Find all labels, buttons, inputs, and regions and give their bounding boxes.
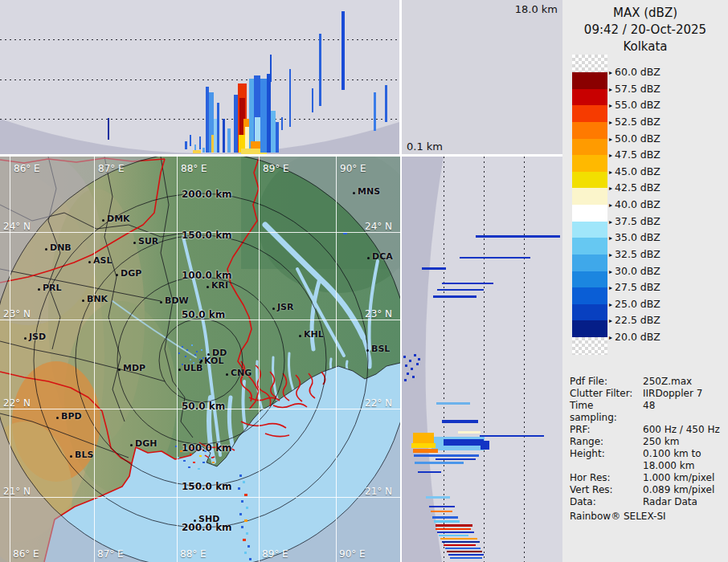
- legend-swatch: [572, 222, 607, 238]
- reflectivity-echo: [416, 363, 419, 365]
- reflectivity-echo: [418, 358, 420, 360]
- reflectivity-echo: [448, 554, 484, 556]
- info-row: Data:Radar Data: [570, 496, 724, 508]
- legend-tick-text: 27.5 dBZ: [615, 281, 661, 293]
- legend-tick-text: 52.5 dBZ: [615, 116, 661, 128]
- legend-tick-text: 47.5 dBZ: [615, 149, 661, 161]
- info-value: 48: [643, 400, 655, 424]
- right-panel-blind-wedge: [402, 157, 562, 562]
- reflectivity-echo: [196, 351, 198, 352]
- city-label: BLS: [75, 450, 93, 460]
- reflectivity-echo: [193, 150, 201, 153]
- reflectivity-echo: [209, 457, 211, 458]
- info-label: Range:: [570, 436, 643, 448]
- legend-swatch-above-max: [572, 55, 607, 72]
- city-marker: [82, 299, 84, 302]
- reflectivity-echo: [190, 454, 192, 455]
- longitude-label-bottom: 90° E: [339, 548, 366, 560]
- tick-arrow-icon: ▸: [609, 86, 612, 93]
- reflectivity-echo: [289, 69, 291, 127]
- range-ring-label: 50.0 km: [182, 401, 225, 412]
- latitude-label-left: 21° N: [3, 486, 31, 497]
- reflectivity-echo: [243, 481, 245, 483]
- height-gridline: [0, 79, 399, 80]
- reflectivity-echo: [190, 135, 191, 146]
- reflectivity-echo: [436, 524, 472, 527]
- reflectivity-echo: [239, 513, 242, 515]
- latitude-label-right: 24° N: [365, 221, 392, 232]
- legend-tick-label: ▸20.0 dBZ: [609, 332, 661, 343]
- reflectivity-echo: [193, 462, 195, 463]
- city-label: MNS: [358, 186, 380, 197]
- reflectivity-echo: [185, 356, 186, 357]
- info-value: 0.100 km to 18.000 km: [643, 448, 701, 472]
- info-row: Height:0.100 km to 18.000 km: [570, 448, 724, 472]
- reflectivity-echo: [414, 354, 416, 356]
- legend-tick-text: 57.5 dBZ: [615, 83, 661, 95]
- city-marker: [178, 369, 181, 371]
- reflectivity-echo: [437, 289, 484, 291]
- longitude-label-top: 90° E: [340, 163, 366, 174]
- legend-swatch: [572, 105, 607, 122]
- city-marker: [207, 286, 209, 288]
- reflectivity-echo: [276, 122, 279, 153]
- tick-arrow-icon: ▸: [609, 152, 612, 159]
- legend-swatch: [572, 72, 607, 89]
- reflectivity-echo: [442, 420, 478, 423]
- city-label: MDP: [123, 363, 145, 373]
- reflectivity-echo: [186, 349, 188, 351]
- reflectivity-echo: [185, 141, 187, 149]
- info-row: Pdf File:250Z.max: [570, 376, 724, 388]
- reflectivity-echo: [413, 433, 434, 443]
- reflectivity-echo: [403, 356, 406, 358]
- legend-tick-label: ▸60.0 dBZ: [609, 67, 661, 78]
- tick-arrow-icon: ▸: [609, 334, 612, 341]
- reflectivity-echo: [199, 136, 201, 149]
- reflectivity-echo: [199, 455, 202, 457]
- latitude-label-left: 24° N: [3, 221, 31, 232]
- reflectivity-echo: [439, 535, 468, 536]
- top-panel-blind-wedge: [0, 0, 399, 154]
- legend-swatch: [572, 320, 607, 337]
- city-marker: [88, 261, 91, 263]
- tick-arrow-icon: ▸: [609, 251, 612, 259]
- city-marker: [299, 335, 301, 337]
- city-label: DGH: [135, 438, 157, 449]
- range-ring-label: 100.0 km: [182, 442, 232, 454]
- reflectivity-echo: [444, 544, 476, 546]
- legend-tick-text: 40.0 dBZ: [615, 198, 661, 210]
- city-label: ULB: [183, 363, 202, 373]
- city-label: BNK: [87, 294, 108, 304]
- info-value: 1.000 km/pixel: [643, 472, 714, 484]
- legend-swatch: [572, 287, 607, 304]
- tick-arrow-icon: ▸: [609, 169, 612, 176]
- reflectivity-echo: [246, 507, 248, 509]
- range-gridline: [484, 157, 485, 562]
- legend-tick-text: 37.5 dBZ: [615, 215, 661, 227]
- reflectivity-echo: [436, 458, 476, 460]
- info-label: Data:: [570, 496, 643, 508]
- range-ring-label: 150.0 km: [182, 230, 232, 241]
- city-label: BSL: [371, 344, 390, 354]
- legend-tick-label: ▸37.5 dBZ: [609, 216, 661, 227]
- reflectivity-echo: [211, 135, 214, 153]
- reflectivity-echo: [238, 487, 240, 490]
- min-height-label: 0.1 km: [407, 140, 443, 153]
- longitude-gridline: [177, 157, 178, 562]
- reflectivity-echo: [429, 506, 455, 507]
- legend-swatch: [572, 122, 607, 139]
- info-value: Radar Data: [643, 496, 697, 508]
- reflectivity-echo: [458, 431, 481, 434]
- legend-tick-text: 55.0 dBZ: [615, 99, 661, 111]
- reflectivity-echo: [260, 79, 267, 153]
- reflectivity-echo: [404, 379, 407, 381]
- latitude-label-right: 23° N: [365, 308, 392, 320]
- city-marker: [366, 349, 369, 352]
- legend-panel: MAX (dBZ) 09:42 / 20-Oct-2025 Kolkata ▸6…: [562, 0, 728, 562]
- radar-map-panel: 86° E86° E87° E87° E88° E88° E89° E89° E…: [0, 157, 400, 562]
- tick-arrow-icon: ▸: [609, 301, 612, 308]
- city-label: KHL: [304, 329, 324, 340]
- legend-tick-label: ▸47.5 dBZ: [609, 149, 661, 161]
- product-name: MAX (dBZ): [562, 5, 728, 22]
- reflectivity-echo: [227, 128, 231, 153]
